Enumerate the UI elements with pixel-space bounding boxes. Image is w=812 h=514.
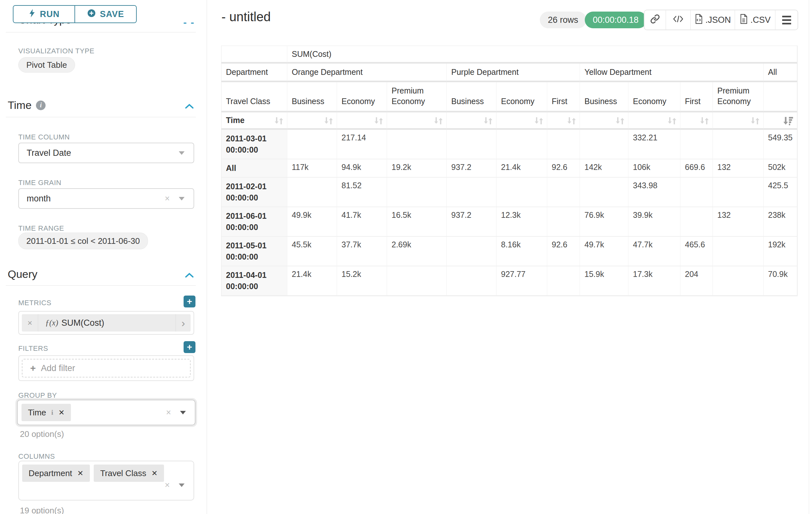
scroll-track[interactable] — [809, 0, 809, 514]
pivot-cell — [547, 207, 580, 237]
pivot-cell: 502k — [763, 159, 797, 178]
divider — [6, 32, 196, 32]
divider — [6, 117, 196, 117]
menu-button[interactable] — [775, 10, 798, 30]
clear-icon[interactable]: × — [166, 408, 171, 417]
function-icon: ƒ(x) — [45, 318, 58, 327]
columns-options-hint: 19 option(s) — [20, 506, 64, 514]
pivot-cell: 132 — [713, 207, 763, 237]
embed-code-button[interactable] — [666, 10, 690, 30]
sort-icon[interactable] — [433, 116, 443, 127]
sort-icon[interactable] — [566, 116, 576, 127]
divider — [6, 285, 196, 286]
sort-icon[interactable] — [750, 116, 760, 127]
plus-circle-icon — [87, 9, 96, 20]
link-icon — [650, 14, 660, 26]
pivot-sort-cell[interactable] — [547, 112, 580, 130]
add-filter-plus-button[interactable]: + — [183, 341, 196, 353]
metrics-label: METRICS — [18, 299, 51, 307]
clear-icon[interactable]: × — [165, 480, 170, 490]
pivot-sort-cell[interactable] — [680, 112, 713, 130]
pivot-sort-cell[interactable] — [496, 112, 547, 130]
pivot-cell — [580, 130, 629, 159]
app-window: Chart Type RUN SAVE VISUALIZATION TYPE P… — [0, 0, 812, 514]
pivot-row-label: 2011-05-01 00:00:00 — [222, 237, 287, 266]
group-by-select[interactable]: Time i ✕ × — [17, 400, 196, 425]
remove-token-icon[interactable]: ✕ — [77, 469, 83, 478]
caret-down-icon[interactable] — [179, 197, 184, 200]
columns-token[interactable]: Department ✕ — [22, 464, 90, 482]
table-row: All117k94.9k19.2k937.221.4k92.6142k106k6… — [222, 159, 797, 178]
time-grain-label: TIME GRAIN — [18, 179, 61, 187]
pivot-cell: 15.9k — [580, 266, 629, 296]
pivot-table: SUM(Cost)DepartmentOrange DepartmentPurp… — [221, 46, 798, 296]
pivot-cell — [547, 266, 580, 296]
pivot-cell: 204 — [680, 266, 713, 296]
pivot-sort-cell[interactable] — [447, 112, 496, 130]
export-csv-button[interactable]: .CSV — [735, 10, 775, 30]
remove-token-icon[interactable]: ✕ — [58, 408, 64, 417]
pivot-sort-cell[interactable] — [387, 112, 447, 130]
time-column-select[interactable]: Travel Date — [18, 143, 194, 163]
pivot-sort-cell[interactable] — [580, 112, 629, 130]
info-icon[interactable]: i — [36, 101, 46, 110]
pivot-sort-cell[interactable] — [337, 112, 387, 130]
sort-icon[interactable] — [373, 116, 383, 127]
pivot-cell: 94.9k — [337, 159, 387, 178]
sort-desc-icon[interactable] — [783, 116, 794, 128]
clear-icon[interactable]: × — [165, 194, 170, 204]
pivot-cell: 16.5k — [387, 207, 447, 237]
caret-down-icon[interactable] — [180, 411, 186, 414]
visualization-type-value[interactable]: Pivot Table — [18, 57, 75, 73]
save-button[interactable]: SAVE — [75, 6, 136, 23]
pivot-cell: 106k — [629, 159, 680, 178]
pivot-sort-cell[interactable] — [713, 112, 763, 130]
pivot-head: SUM(Cost)DepartmentOrange DepartmentPurp… — [222, 46, 797, 130]
run-button[interactable]: RUN — [13, 6, 75, 23]
time-grain-select[interactable]: month × — [18, 188, 194, 209]
add-metric-button[interactable]: + — [183, 296, 196, 307]
chevron-up-icon[interactable] — [185, 272, 194, 279]
sort-icon[interactable] — [667, 116, 677, 127]
copy-link-button[interactable] — [644, 10, 666, 30]
sort-icon[interactable] — [533, 116, 544, 127]
caret-down-icon[interactable] — [179, 484, 184, 487]
info-icon[interactable]: i — [51, 408, 53, 417]
remove-metric-icon[interactable]: × — [22, 314, 38, 331]
chart-title[interactable]: - untitled — [222, 10, 270, 24]
query-section-heading: Query — [8, 268, 37, 280]
group-by-token[interactable]: Time i ✕ — [22, 404, 71, 421]
pivot-cell: 2.69k — [387, 237, 447, 266]
chevron-right-icon[interactable]: › — [176, 314, 191, 331]
pivot-sort-cell[interactable] — [287, 112, 337, 130]
export-json-button[interactable]: .JSON — [690, 10, 735, 30]
pivot-cell: 45.5k — [287, 237, 337, 266]
pivot-sort-cell[interactable] — [763, 112, 797, 130]
pivot-cell: 49.9k — [287, 207, 337, 237]
add-filter-button[interactable]: + Add filter — [22, 359, 191, 377]
pivot-row-dim-header: Travel Class — [222, 82, 287, 112]
time-range-value[interactable]: 2011-01-01 ≤ col < 2011-06-30 — [18, 233, 148, 249]
pivot-col-header: Business — [580, 82, 629, 112]
pivot-cell: 669.6 — [680, 159, 713, 178]
sort-icon[interactable] — [323, 116, 334, 127]
chevron-up-icon[interactable] — [185, 104, 194, 110]
columns-token[interactable]: Travel Class ✕ — [94, 464, 164, 482]
columns-select[interactable]: Department ✕ Travel Class ✕ × — [18, 461, 194, 501]
metric-pill[interactable]: × ƒ(x) SUM(Cost) › — [22, 314, 191, 331]
code-icon — [673, 15, 684, 25]
sort-icon[interactable] — [483, 116, 493, 127]
group-by-options-hint: 20 option(s) — [20, 429, 64, 439]
panel-drag-handle[interactable] — [183, 23, 194, 24]
sort-icon[interactable] — [615, 116, 625, 127]
pivot-col-header: Economy — [629, 82, 680, 112]
sort-icon[interactable] — [273, 116, 284, 127]
pivot-sort-cell[interactable] — [629, 112, 680, 130]
csv-file-icon — [740, 14, 748, 26]
pivot-cell: 39.9k — [629, 207, 680, 237]
pivot-sort-cell[interactable]: Time — [222, 112, 287, 130]
pivot-cell — [496, 130, 547, 159]
remove-token-icon[interactable]: ✕ — [151, 469, 157, 478]
sort-icon[interactable] — [699, 116, 709, 127]
caret-down-icon[interactable] — [179, 151, 184, 155]
